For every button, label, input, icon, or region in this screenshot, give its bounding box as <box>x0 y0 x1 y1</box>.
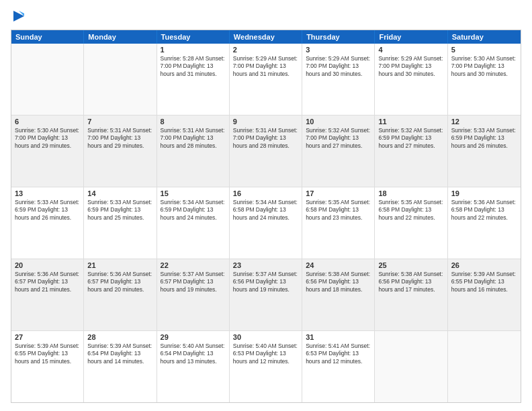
empty-cell <box>11 44 84 115</box>
day-cell-8: 8Sunrise: 5:31 AM Sunset: 7:00 PM Daylig… <box>157 116 230 187</box>
day-info: Sunrise: 5:41 AM Sunset: 6:53 PM Dayligh… <box>306 342 371 365</box>
day-info: Sunrise: 5:37 AM Sunset: 6:56 PM Dayligh… <box>233 271 298 293</box>
day-info: Sunrise: 5:33 AM Sunset: 6:59 PM Dayligh… <box>15 199 80 222</box>
day-cell-5: 5Sunrise: 5:30 AM Sunset: 7:00 PM Daylig… <box>448 44 521 115</box>
day-info: Sunrise: 5:32 AM Sunset: 6:59 PM Dayligh… <box>378 127 443 150</box>
day-cell-29: 29Sunrise: 5:40 AM Sunset: 6:54 PM Dayli… <box>157 331 230 402</box>
day-number: 8 <box>161 118 226 126</box>
day-number: 31 <box>306 333 371 341</box>
day-info: Sunrise: 5:36 AM Sunset: 6:58 PM Dayligh… <box>451 199 517 222</box>
empty-cell <box>448 331 521 402</box>
day-number: 9 <box>233 118 298 126</box>
day-number: 7 <box>87 118 152 126</box>
day-cell-7: 7Sunrise: 5:31 AM Sunset: 7:00 PM Daylig… <box>84 116 157 187</box>
day-cell-21: 21Sunrise: 5:36 AM Sunset: 6:57 PM Dayli… <box>84 259 157 330</box>
day-info: Sunrise: 5:40 AM Sunset: 6:54 PM Dayligh… <box>161 342 226 365</box>
day-number: 29 <box>161 333 226 341</box>
day-info: Sunrise: 5:33 AM Sunset: 6:59 PM Dayligh… <box>451 127 517 150</box>
day-cell-26: 26Sunrise: 5:39 AM Sunset: 6:55 PM Dayli… <box>448 259 521 330</box>
day-number: 10 <box>306 118 371 126</box>
header-day-thursday: Thursday <box>302 30 375 44</box>
day-info: Sunrise: 5:35 AM Sunset: 6:58 PM Dayligh… <box>378 199 443 222</box>
day-cell-18: 18Sunrise: 5:35 AM Sunset: 6:58 PM Dayli… <box>375 187 447 259</box>
day-info: Sunrise: 5:31 AM Sunset: 7:00 PM Dayligh… <box>161 127 226 150</box>
day-number: 1 <box>161 46 226 54</box>
day-info: Sunrise: 5:36 AM Sunset: 6:57 PM Dayligh… <box>87 271 152 293</box>
day-info: Sunrise: 5:38 AM Sunset: 6:56 PM Dayligh… <box>306 271 371 293</box>
day-info: Sunrise: 5:39 AM Sunset: 6:54 PM Dayligh… <box>87 342 152 365</box>
day-number: 6 <box>15 118 80 126</box>
calendar-body: 1Sunrise: 5:28 AM Sunset: 7:00 PM Daylig… <box>11 44 521 402</box>
day-cell-9: 9Sunrise: 5:31 AM Sunset: 7:00 PM Daylig… <box>230 116 302 187</box>
header <box>11 8 521 24</box>
day-info: Sunrise: 5:30 AM Sunset: 7:00 PM Dayligh… <box>15 127 80 150</box>
day-info: Sunrise: 5:39 AM Sunset: 6:55 PM Dayligh… <box>15 342 80 365</box>
day-number: 24 <box>306 261 371 269</box>
day-cell-13: 13Sunrise: 5:33 AM Sunset: 6:59 PM Dayli… <box>11 187 84 259</box>
day-info: Sunrise: 5:34 AM Sunset: 6:59 PM Dayligh… <box>161 199 226 222</box>
calendar: SundayMondayTuesdayWednesdayThursdayFrid… <box>11 30 521 403</box>
day-cell-17: 17Sunrise: 5:35 AM Sunset: 6:58 PM Dayli… <box>302 187 375 259</box>
day-number: 18 <box>378 189 443 197</box>
day-cell-30: 30Sunrise: 5:40 AM Sunset: 6:53 PM Dayli… <box>230 331 302 402</box>
day-info: Sunrise: 5:37 AM Sunset: 6:57 PM Dayligh… <box>161 271 226 293</box>
day-number: 19 <box>451 189 517 197</box>
day-number: 15 <box>161 189 226 197</box>
header-day-tuesday: Tuesday <box>157 30 230 44</box>
calendar-header: SundayMondayTuesdayWednesdayThursdayFrid… <box>11 30 521 44</box>
day-cell-4: 4Sunrise: 5:29 AM Sunset: 7:00 PM Daylig… <box>375 44 447 115</box>
empty-cell <box>84 44 157 115</box>
calendar-row-4: 27Sunrise: 5:39 AM Sunset: 6:55 PM Dayli… <box>11 330 521 402</box>
day-cell-1: 1Sunrise: 5:28 AM Sunset: 7:00 PM Daylig… <box>157 44 230 115</box>
day-number: 13 <box>15 189 80 197</box>
day-number: 17 <box>306 189 371 197</box>
day-cell-24: 24Sunrise: 5:38 AM Sunset: 6:56 PM Dayli… <box>302 259 375 330</box>
day-info: Sunrise: 5:29 AM Sunset: 7:00 PM Dayligh… <box>233 55 298 78</box>
svg-marker-0 <box>13 11 24 21</box>
day-number: 16 <box>233 189 298 197</box>
day-cell-2: 2Sunrise: 5:29 AM Sunset: 7:00 PM Daylig… <box>230 44 302 115</box>
day-info: Sunrise: 5:35 AM Sunset: 6:58 PM Dayligh… <box>306 199 371 222</box>
day-number: 22 <box>161 261 226 269</box>
day-info: Sunrise: 5:36 AM Sunset: 6:57 PM Dayligh… <box>15 271 80 293</box>
day-cell-22: 22Sunrise: 5:37 AM Sunset: 6:57 PM Dayli… <box>157 259 230 330</box>
header-day-friday: Friday <box>375 30 447 44</box>
day-cell-16: 16Sunrise: 5:34 AM Sunset: 6:58 PM Dayli… <box>230 187 302 259</box>
day-number: 4 <box>378 46 443 54</box>
day-number: 20 <box>15 261 80 269</box>
day-number: 11 <box>378 118 443 126</box>
day-info: Sunrise: 5:28 AM Sunset: 7:00 PM Dayligh… <box>161 55 226 78</box>
day-info: Sunrise: 5:40 AM Sunset: 6:53 PM Dayligh… <box>233 342 298 365</box>
logo-icon <box>12 8 26 24</box>
day-cell-15: 15Sunrise: 5:34 AM Sunset: 6:59 PM Dayli… <box>157 187 230 259</box>
day-info: Sunrise: 5:29 AM Sunset: 7:00 PM Dayligh… <box>306 55 371 78</box>
day-cell-27: 27Sunrise: 5:39 AM Sunset: 6:55 PM Dayli… <box>11 331 84 402</box>
day-cell-11: 11Sunrise: 5:32 AM Sunset: 6:59 PM Dayli… <box>375 116 447 187</box>
header-day-sunday: Sunday <box>11 30 84 44</box>
day-info: Sunrise: 5:33 AM Sunset: 6:59 PM Dayligh… <box>87 199 152 222</box>
logo <box>11 8 26 24</box>
day-number: 25 <box>378 261 443 269</box>
day-number: 23 <box>233 261 298 269</box>
day-cell-14: 14Sunrise: 5:33 AM Sunset: 6:59 PM Dayli… <box>84 187 157 259</box>
day-number: 21 <box>87 261 152 269</box>
empty-cell <box>375 331 447 402</box>
day-number: 3 <box>306 46 371 54</box>
day-cell-20: 20Sunrise: 5:36 AM Sunset: 6:57 PM Dayli… <box>11 259 84 330</box>
calendar-row-1: 6Sunrise: 5:30 AM Sunset: 7:00 PM Daylig… <box>11 115 521 187</box>
day-info: Sunrise: 5:31 AM Sunset: 7:00 PM Dayligh… <box>233 127 298 150</box>
day-cell-12: 12Sunrise: 5:33 AM Sunset: 6:59 PM Dayli… <box>448 116 521 187</box>
day-number: 14 <box>87 189 152 197</box>
day-cell-3: 3Sunrise: 5:29 AM Sunset: 7:00 PM Daylig… <box>302 44 375 115</box>
day-number: 28 <box>87 333 152 341</box>
day-number: 27 <box>15 333 80 341</box>
day-info: Sunrise: 5:30 AM Sunset: 7:00 PM Dayligh… <box>451 55 517 78</box>
day-info: Sunrise: 5:32 AM Sunset: 7:00 PM Dayligh… <box>306 127 371 150</box>
day-cell-10: 10Sunrise: 5:32 AM Sunset: 7:00 PM Dayli… <box>302 116 375 187</box>
header-day-monday: Monday <box>84 30 157 44</box>
day-number: 26 <box>451 261 517 269</box>
day-cell-25: 25Sunrise: 5:38 AM Sunset: 6:56 PM Dayli… <box>375 259 447 330</box>
day-cell-19: 19Sunrise: 5:36 AM Sunset: 6:58 PM Dayli… <box>448 187 521 259</box>
day-info: Sunrise: 5:38 AM Sunset: 6:56 PM Dayligh… <box>378 271 443 293</box>
header-day-saturday: Saturday <box>448 30 521 44</box>
